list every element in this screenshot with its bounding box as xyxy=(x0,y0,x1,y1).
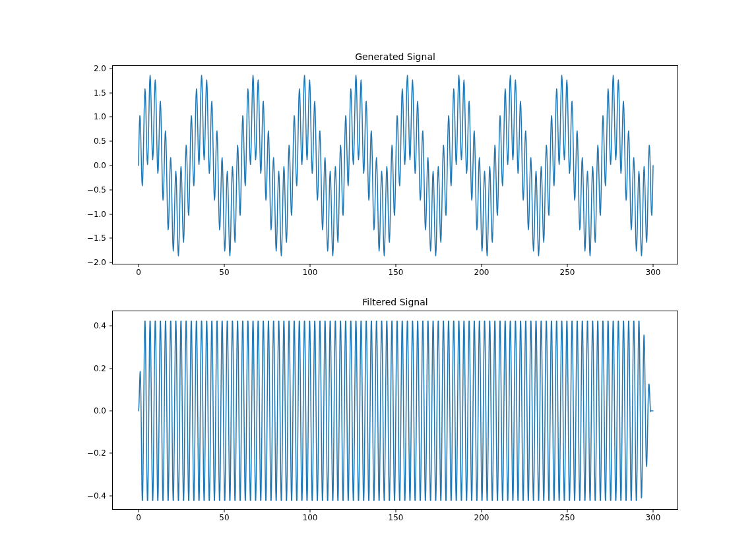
x-tick-mark xyxy=(139,264,139,267)
y-tick-mark xyxy=(110,92,113,93)
y-tick-label: 0.2 xyxy=(94,364,106,373)
x-tick-label: 150 xyxy=(389,513,404,522)
x-tick-label: 300 xyxy=(646,268,661,277)
y-tick-mark xyxy=(110,68,113,69)
y-tick-mark xyxy=(110,495,113,496)
x-tick-label: 200 xyxy=(474,268,489,277)
line-plot-generated xyxy=(113,66,677,264)
x-tick-mark xyxy=(653,509,654,512)
x-tick-mark xyxy=(139,509,139,512)
y-tick-label: −0.5 xyxy=(87,185,106,195)
y-tick-label: −0.4 xyxy=(87,491,106,501)
y-tick-label: 2.0 xyxy=(94,64,106,73)
x-tick-mark xyxy=(482,264,482,267)
axes-title: Filtered Signal xyxy=(113,297,677,307)
x-tick-mark xyxy=(310,509,311,512)
x-tick-mark xyxy=(482,509,482,512)
y-tick-mark xyxy=(110,238,113,239)
figure: Generated Signal 050100150200250300−2.0−… xyxy=(0,0,756,548)
y-tick-label: −1.0 xyxy=(87,210,106,219)
x-tick-mark xyxy=(224,264,225,267)
y-tick-label: 0.4 xyxy=(94,321,106,330)
axes-filtered-signal: Filtered Signal 050100150200250300−0.4−0… xyxy=(112,311,678,510)
x-tick-label: 50 xyxy=(219,268,229,277)
x-tick-mark xyxy=(224,509,225,512)
y-tick-mark xyxy=(110,368,113,369)
y-tick-label: 1.0 xyxy=(94,112,106,121)
x-tick-mark xyxy=(396,509,396,512)
y-tick-label: −1.5 xyxy=(87,233,106,243)
x-tick-mark xyxy=(567,509,568,512)
x-tick-mark xyxy=(310,264,311,267)
x-tick-mark xyxy=(653,264,654,267)
y-tick-label: 0.0 xyxy=(94,161,106,170)
x-tick-label: 100 xyxy=(303,513,318,522)
axes-generated-signal: Generated Signal 050100150200250300−2.0−… xyxy=(112,65,678,264)
y-tick-label: 0.0 xyxy=(94,406,106,415)
y-tick-mark xyxy=(110,262,113,263)
x-tick-mark xyxy=(396,264,396,267)
x-tick-label: 0 xyxy=(136,513,141,522)
x-tick-label: 300 xyxy=(646,513,661,522)
line-plot-filtered xyxy=(113,311,677,509)
y-tick-mark xyxy=(110,166,113,166)
y-tick-mark xyxy=(110,189,113,190)
x-tick-label: 100 xyxy=(303,268,318,277)
y-tick-label: −2.0 xyxy=(87,258,106,267)
y-tick-mark xyxy=(110,326,113,326)
y-tick-mark xyxy=(110,117,113,117)
x-tick-label: 250 xyxy=(560,513,575,522)
y-tick-mark xyxy=(110,411,113,411)
y-tick-label: −0.2 xyxy=(87,448,106,458)
x-tick-label: 50 xyxy=(219,513,229,522)
axes-title: Generated Signal xyxy=(113,51,677,62)
y-tick-label: 0.5 xyxy=(94,137,106,146)
x-tick-mark xyxy=(567,264,568,267)
y-tick-label: 1.5 xyxy=(94,88,106,98)
y-tick-mark xyxy=(110,141,113,142)
y-tick-mark xyxy=(110,453,113,454)
x-tick-label: 0 xyxy=(136,268,141,277)
x-tick-label: 250 xyxy=(560,268,575,277)
y-tick-mark xyxy=(110,214,113,214)
x-tick-label: 200 xyxy=(474,513,489,522)
x-tick-label: 150 xyxy=(389,268,404,277)
